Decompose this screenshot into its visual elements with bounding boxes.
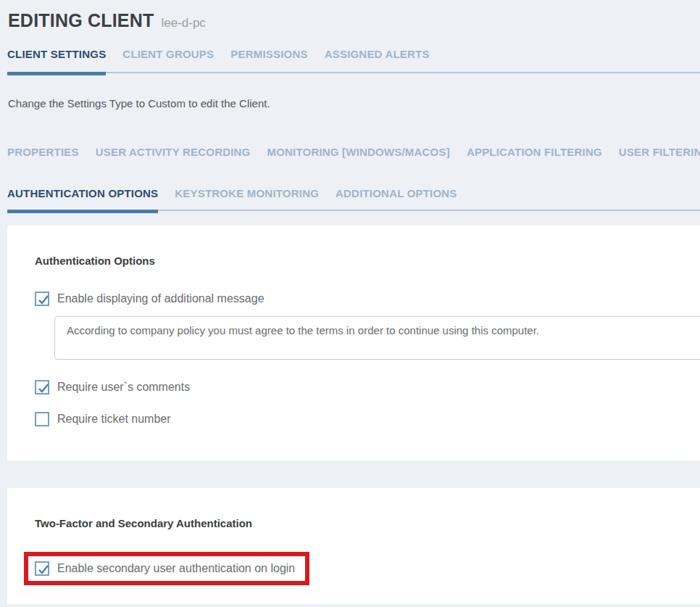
two-factor-heading: Two-Factor and Secondary Authentication: [35, 517, 700, 529]
enable-secondary-auth-checkbox-row[interactable]: Enable secondary user authentication on …: [35, 561, 295, 576]
require-comments-checkbox[interactable]: [35, 380, 49, 395]
client-name: lee-d-pc: [161, 16, 205, 30]
enable-secondary-auth-label: Enable secondary user authentication on …: [57, 562, 295, 575]
enable-secondary-auth-checkbox[interactable]: [35, 561, 49, 576]
settings-tab-bar: PROPERTIES USER ACTIVITY RECORDING MONIT…: [7, 146, 700, 158]
tab-client-settings[interactable]: CLIENT SETTINGS: [7, 48, 106, 60]
enable-additional-message-checkbox-row[interactable]: Enable displaying of additional message: [35, 292, 700, 306]
settings-notice: Change the Settings Type to Custom to ed…: [8, 97, 700, 110]
authentication-options-panel: Authentication Options Enable displaying…: [7, 226, 700, 461]
tab-monitoring[interactable]: MONITORING [WINDOWS/MACOS]: [267, 146, 449, 158]
require-ticket-checkbox[interactable]: [35, 412, 49, 426]
additional-message-input[interactable]: According to company policy you must agr…: [54, 316, 700, 360]
tab-user-filtering[interactable]: USER FILTERING: [619, 146, 700, 158]
tab-keystroke-monitoring[interactable]: KEYSTROKE MONITORING: [175, 187, 319, 199]
sub-tab-bar: AUTHENTICATION OPTIONS KEYSTROKE MONITOR…: [7, 187, 700, 211]
require-ticket-checkbox-row[interactable]: Require ticket number: [35, 412, 700, 426]
require-comments-label: Require user`s comments: [57, 381, 190, 394]
tab-assigned-alerts[interactable]: ASSIGNED ALERTS: [325, 48, 430, 60]
enable-additional-message-label: Enable displaying of additional message: [57, 292, 264, 305]
tab-user-activity-recording[interactable]: USER ACTIVITY RECORDING: [96, 146, 251, 158]
tab-permissions[interactable]: PERMISSIONS: [230, 48, 307, 60]
require-ticket-label: Require ticket number: [57, 413, 171, 426]
tab-client-groups[interactable]: CLIENT GROUPS: [122, 48, 214, 60]
tab-application-filtering[interactable]: APPLICATION FILTERING: [467, 146, 602, 158]
tab-properties[interactable]: PROPERTIES: [7, 146, 79, 158]
tab-additional-options[interactable]: ADDITIONAL OPTIONS: [336, 187, 457, 199]
highlight-rectangle: Enable secondary user authentication on …: [24, 552, 309, 585]
two-factor-panel: Two-Factor and Secondary Authentication …: [7, 488, 700, 604]
page-header: EDITING CLIENT lee-d-pc: [0, 0, 700, 31]
enable-additional-message-checkbox[interactable]: [35, 292, 49, 306]
page-title: EDITING CLIENT: [8, 10, 154, 31]
require-comments-checkbox-row[interactable]: Require user`s comments: [35, 380, 700, 395]
tab-authentication-options[interactable]: AUTHENTICATION OPTIONS: [7, 187, 158, 199]
main-tab-bar: CLIENT SETTINGS CLIENT GROUPS PERMISSION…: [7, 48, 700, 73]
authentication-options-heading: Authentication Options: [35, 255, 700, 267]
